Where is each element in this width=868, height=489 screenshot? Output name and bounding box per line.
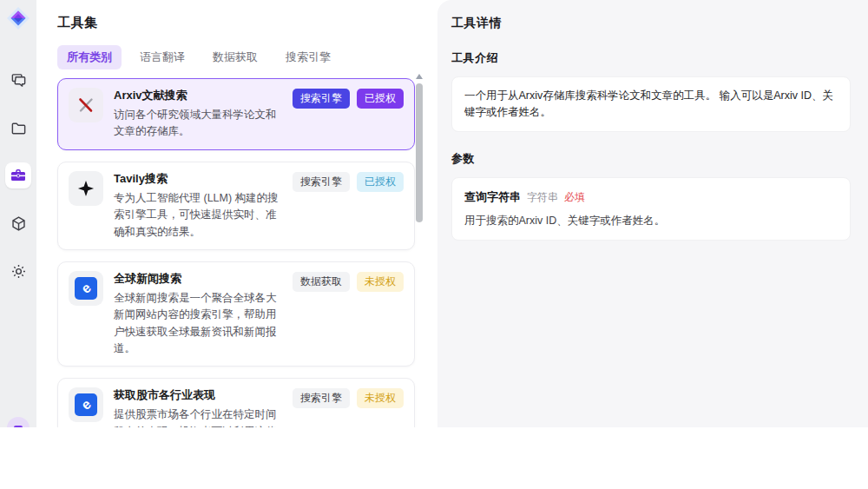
app-logo-icon — [6, 6, 30, 30]
param-description: 用于搜索的Arxiv ID、关键字或作者姓名。 — [464, 213, 838, 229]
category-tabs: 所有类别 语言翻译 数据获取 搜索引擎 — [57, 45, 431, 69]
tool-title: Arxiv文献搜索 — [114, 88, 282, 103]
app-window: 工具集 所有类别 语言翻译 数据获取 搜索引擎 Arxiv文献搜索 访问各个研究… — [0, 0, 868, 427]
auth-status-badge: 已授权 — [357, 89, 404, 109]
tool-title: Tavily搜索 — [114, 171, 282, 187]
intro-card: 一个用于从Arxiv存储库搜索科学论文和文章的工具。 输入可以是Arxiv ID… — [451, 76, 851, 132]
param-name: 查询字符串 — [464, 188, 521, 206]
auth-status-badge: 已授权 — [357, 172, 404, 192]
tool-card-global-news[interactable]: e 全球新闻搜索 全球新闻搜索是一个聚合全球各大新闻网站内容的搜索引擎，帮助用户… — [57, 261, 415, 367]
list-scrollbar[interactable] — [416, 74, 423, 426]
juhe-icon: e — [69, 387, 103, 422]
sidebar — [0, 0, 36, 427]
tool-description: 全球新闻搜索是一个聚合全球各大新闻网站内容的搜索引擎，帮助用户快速获取全球最新资… — [114, 290, 282, 358]
tool-details-panel: 工具详情 工具介绍 一个用于从Arxiv存储库搜索科学论文和文章的工具。 输入可… — [437, 0, 868, 427]
scroll-up-arrow-icon[interactable] — [416, 74, 423, 79]
user-avatar[interactable] — [7, 417, 30, 427]
tool-card-arxiv[interactable]: Arxiv文献搜索 访问各个研究领域大量科学论文和文章的存储库。 搜索引擎 已授… — [57, 78, 415, 150]
tool-description: 提供股票市场各个行业在特定时间段内的表现。投资者可以利用这些信息来识别表现优于或… — [114, 406, 282, 427]
tab-translation[interactable]: 语言翻译 — [130, 45, 194, 69]
toolbox-icon — [10, 167, 27, 184]
details-title: 工具详情 — [451, 16, 851, 31]
category-badge: 数据获取 — [293, 272, 350, 292]
tab-all-categories[interactable]: 所有类别 — [57, 45, 122, 69]
intro-text: 一个用于从Arxiv存储库搜索科学论文和文章的工具。 输入可以是Arxiv ID… — [464, 89, 833, 118]
param-type: 字符串 — [527, 189, 558, 205]
tool-description: 访问各个研究领域大量科学论文和文章的存储库。 — [114, 107, 282, 141]
sidebar-item-tools[interactable] — [5, 162, 31, 188]
sidebar-nav — [5, 67, 31, 284]
arxiv-icon — [69, 88, 103, 122]
page-title: 工具集 — [57, 15, 431, 31]
tool-title: 获取股市各行业表现 — [114, 387, 282, 403]
category-badge: 搜索引擎 — [293, 388, 350, 408]
gear-icon — [10, 263, 27, 280]
folder-icon — [10, 120, 27, 136]
auth-status-badge: 未授权 — [357, 272, 404, 292]
param-required-flag: 必填 — [564, 189, 585, 205]
intro-heading: 工具介绍 — [451, 50, 851, 66]
sidebar-item-packages[interactable] — [5, 210, 31, 236]
tab-search-engine[interactable]: 搜索引擎 — [276, 45, 340, 69]
category-badge: 搜索引擎 — [293, 89, 350, 109]
sidebar-item-files[interactable] — [5, 115, 31, 141]
cube-icon — [10, 215, 27, 232]
params-heading: 参数 — [451, 151, 851, 167]
tool-card-tavily[interactable]: Tavily搜索 专为人工智能代理 (LLM) 构建的搜索引擎工具，可快速提供实… — [57, 162, 415, 250]
tavily-star-icon — [69, 171, 103, 206]
juhe-icon: e — [69, 271, 103, 306]
tool-card-sector-performance[interactable]: e 获取股市各行业表现 提供股票市场各个行业在特定时间段内的表现。投资者可以利用… — [57, 378, 415, 427]
tool-title: 全球新闻搜索 — [114, 271, 282, 287]
scrollbar-thumb[interactable] — [416, 83, 423, 222]
sidebar-item-chat[interactable] — [5, 67, 31, 93]
chat-icon — [10, 72, 27, 89]
category-badge: 搜索引擎 — [293, 172, 350, 192]
tool-card-list: Arxiv文献搜索 访问各个研究领域大量科学论文和文章的存储库。 搜索引擎 已授… — [57, 78, 415, 427]
tab-data-fetch[interactable]: 数据获取 — [203, 45, 267, 69]
tool-list-panel: 工具集 所有类别 语言翻译 数据获取 搜索引擎 Arxiv文献搜索 访问各个研究… — [36, 0, 431, 427]
auth-status-badge: 未授权 — [357, 388, 404, 408]
sidebar-item-settings[interactable] — [5, 258, 31, 284]
tool-description: 专为人工智能代理 (LLM) 构建的搜索引擎工具，可快速提供实时、准确和真实的结… — [114, 190, 282, 241]
param-card: 查询字符串 字符串 必填 用于搜索的Arxiv ID、关键字或作者姓名。 — [451, 177, 851, 241]
